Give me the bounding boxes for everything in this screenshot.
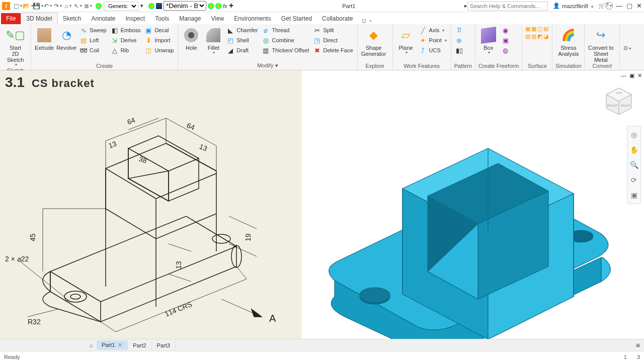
delete-face-button[interactable]: ✖Delete Face <box>312 46 354 55</box>
model-viewport[interactable]: — ▣ ✕ TOP FRONT RIGHT ◎ ✋ 🔍 ⟳ ▣ <box>302 70 644 339</box>
fillet-button[interactable]: Fillet <box>203 26 223 55</box>
point-button[interactable]: ✦Point <box>418 36 448 45</box>
convert-sheet-metal-button[interactable]: ↪Convert to Sheet Metal <box>588 26 614 63</box>
mirror-button[interactable]: ▮▯ <box>454 46 464 55</box>
rect-pattern-button[interactable]: ⠿ <box>454 26 464 35</box>
tab-apps-icon[interactable]: ⊡ <box>362 18 366 24</box>
thicken-button[interactable]: ▥Thicken/ Offset <box>261 46 310 55</box>
open-icon[interactable]: 📂 <box>23 2 32 11</box>
axis-button[interactable]: ╱Axis <box>418 26 448 35</box>
tab-3d-model[interactable]: 3D Model <box>21 13 57 24</box>
doc-tab-part1[interactable]: Part1✕ <box>97 340 128 350</box>
nav-pan-icon[interactable]: ✋ <box>628 143 639 156</box>
surf2-icon[interactable]: ▩ <box>531 26 536 32</box>
tab-environments[interactable]: Environments <box>229 13 276 24</box>
tab-file[interactable]: File <box>1 13 21 24</box>
appearance-tool2-icon[interactable] <box>215 3 221 9</box>
import-button[interactable]: ⬇Import <box>143 36 175 45</box>
plane-button[interactable]: ▱Plane <box>396 26 416 55</box>
new-icon[interactable]: ▢ <box>13 2 22 11</box>
vp-minimize-icon[interactable]: — <box>621 72 626 79</box>
surf5-icon[interactable]: ▧ <box>525 33 530 40</box>
user-account[interactable]: 👤 mazizfikri8 <box>553 3 593 9</box>
view-cube[interactable]: TOP FRONT RIGHT <box>604 85 634 116</box>
ff-tool3-button[interactable]: ◍ <box>501 46 511 55</box>
thread-button[interactable]: ⌀Thread <box>261 26 310 35</box>
hole-button[interactable]: Hole <box>181 26 201 51</box>
appearance-dropdown[interactable]: *Denim - B <box>164 1 206 11</box>
doc-tabs-menu-icon[interactable]: ≡ <box>636 341 640 349</box>
direct-button[interactable]: ◳Direct <box>312 36 354 45</box>
chamfer-button[interactable]: ◣Chamfer <box>225 26 259 35</box>
coil-button[interactable]: ➿Coil <box>78 46 108 55</box>
help-icon[interactable]: ? <box>605 2 613 10</box>
material-dropdown[interactable]: Generic <box>104 2 138 11</box>
appearance-tool1-icon[interactable] <box>208 3 214 9</box>
split-button[interactable]: ✂Split <box>312 26 354 35</box>
tab-view[interactable]: View <box>206 13 229 24</box>
combine-button[interactable]: ◎Combine <box>261 36 310 45</box>
ribbon-collapse-icon[interactable]: ⊙ <box>623 45 631 51</box>
rib-button[interactable]: △Rib <box>110 46 142 55</box>
appearance-picker-icon[interactable] <box>148 3 154 9</box>
extrude-button[interactable]: Extrude <box>34 26 54 51</box>
redo-icon[interactable]: ↷ <box>53 2 62 11</box>
minimize-icon[interactable]: — <box>616 2 622 10</box>
close-tab-icon[interactable]: ✕ <box>118 342 122 348</box>
revolve-button[interactable]: ◔ Revolve <box>56 26 76 51</box>
tab-annotate[interactable]: Annotate <box>86 13 120 24</box>
vp-restore-icon[interactable]: ▣ <box>629 72 634 79</box>
nav-wheel-icon[interactable]: ◎ <box>628 128 639 141</box>
surf6-icon[interactable]: ▨ <box>531 33 536 40</box>
tab-get-started[interactable]: Get Started <box>276 13 317 24</box>
loft-button[interactable]: ▤Loft <box>78 36 108 45</box>
close-icon[interactable]: ✕ <box>636 2 642 10</box>
surf1-icon[interactable]: ▦ <box>525 26 530 32</box>
box-button[interactable]: Box <box>478 26 499 55</box>
doc-home-icon[interactable]: ⌂ <box>86 342 97 348</box>
surf4-icon[interactable]: ▤ <box>543 26 548 32</box>
unwrap-button[interactable]: ◫Unwrap <box>143 46 175 55</box>
derive-button[interactable]: ⇲Derive <box>110 36 142 45</box>
ff-tool1-button[interactable]: ◉ <box>501 26 511 35</box>
shell-button[interactable]: ◰Shell <box>225 36 259 45</box>
draft-button[interactable]: ◢Draft <box>225 46 259 55</box>
start-2d-sketch-button[interactable]: ✎▢ Start 2D Sketch <box>3 26 28 67</box>
search-input[interactable] <box>467 2 548 11</box>
home-icon[interactable]: ⌂ <box>63 2 72 11</box>
layers-icon[interactable]: ≣ <box>84 2 93 11</box>
shape-generator-button[interactable]: ◆Shape Generator <box>361 26 387 57</box>
select-icon[interactable]: ↖ <box>73 2 83 11</box>
tab-collaborate[interactable]: Collaborate <box>317 13 358 24</box>
tab-manage[interactable]: Manage <box>174 13 206 24</box>
doc-tab-part2[interactable]: Part2 <box>128 341 151 350</box>
emboss-button[interactable]: ◧Emboss <box>110 26 142 35</box>
tab-tools[interactable]: Tools <box>150 13 174 24</box>
save-icon[interactable]: 💾 <box>33 2 42 11</box>
maximize-icon[interactable]: ▢ <box>626 2 632 10</box>
nav-zoom-icon[interactable]: 🔍 <box>628 158 639 171</box>
svg-point-1 <box>64 291 87 302</box>
circ-pattern-button[interactable]: ⊛ <box>454 36 464 45</box>
material-tool-icon[interactable]: ▾ <box>140 3 143 9</box>
sweep-button[interactable]: ∿Sweep <box>78 26 108 35</box>
surf8-icon[interactable]: ◪ <box>543 33 548 40</box>
surf3-icon[interactable]: ◫ <box>537 26 542 32</box>
tab-sketch[interactable]: Sketch <box>58 13 87 24</box>
nav-lookat-icon[interactable]: ▣ <box>628 189 639 202</box>
ff-tool2-button[interactable]: ▣ <box>501 36 511 45</box>
surf7-icon[interactable]: ◩ <box>537 33 542 40</box>
plus-icon[interactable]: ✚ <box>229 3 233 9</box>
tab-inspect[interactable]: Inspect <box>120 13 150 24</box>
fx-icon[interactable]: fx <box>223 3 227 9</box>
undo-icon[interactable]: ↶ <box>43 2 52 11</box>
doc-tab-part3[interactable]: Part3 <box>152 341 176 350</box>
ucs-button[interactable]: ⤴UCS <box>418 46 448 55</box>
tab-overflow-icon[interactable]: • <box>369 18 371 24</box>
decal-button[interactable]: ▣Decal <box>143 26 175 35</box>
cart-icon[interactable]: 🛒 <box>598 3 605 9</box>
reference-drawing: 3.1 CS bracket <box>0 70 302 339</box>
nav-orbit-icon[interactable]: ⟳ <box>628 173 639 187</box>
vp-close-icon[interactable]: ✕ <box>637 72 642 79</box>
stress-analysis-button[interactable]: 🌈Stress Analysis <box>555 26 581 57</box>
